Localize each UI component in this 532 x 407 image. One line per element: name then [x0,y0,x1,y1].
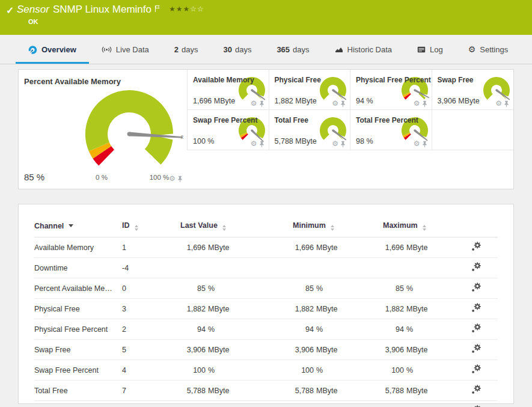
value-unit: % [406,325,413,334]
value-number: 1,696 [180,243,206,252]
log-icon [417,46,426,53]
channel-name: Physical Free Percent [34,319,122,340]
gear-icon[interactable]: ⚙ [251,140,257,147]
mini-gauge-value: 1,882 MByte [275,97,317,105]
star-icon[interactable]: ★ [183,5,191,13]
gear-icon[interactable]: ⚙ [169,175,176,182]
tab-label: Settings [480,45,508,54]
channel-last-value [180,258,293,278]
value-number: 100 [383,366,404,375]
star-icon[interactable]: ☆ [197,5,204,13]
value-unit: MByte [208,243,229,252]
channel-min-value [293,258,383,278]
tab-historic-data[interactable]: Historic Data [322,35,405,64]
value-number: 100 [293,366,314,375]
value-unit: MByte [406,387,427,395]
table-row: Swap Free53,906MByte3,906MByte3,906MByte [34,340,498,360]
gear-icon[interactable]: ⚙ [495,100,502,107]
channel-id: 1 [122,237,180,258]
main-gauge-actions: ⚙ [169,175,183,182]
tab-label: Overview [41,45,76,54]
channel-settings-icon[interactable] [471,344,481,353]
table-row: Total Free75,788MByte5,788MByte5,788MByt… [34,381,498,401]
gear-icon[interactable]: ⚙ [332,100,338,107]
pin-icon[interactable] [259,100,264,107]
tab-365-days[interactable]: 365days [264,35,322,64]
channel-id: 2 [122,319,180,340]
sort-icon [331,225,334,231]
pin-icon[interactable] [422,141,427,147]
value-number: 94 [293,325,314,334]
value-unit: % [316,284,323,293]
channel-settings-icon[interactable] [471,303,481,313]
pin-icon[interactable] [422,100,427,107]
channel-last-value: 1,882MByte [180,299,293,319]
channel-settings-cell [471,340,498,360]
flag-slot[interactable] [154,4,161,15]
channel-min-value: 3,906MByte [293,340,383,360]
channel-min-value: 1,696MByte [293,237,383,258]
value-unit: MByte [316,305,337,313]
mini-gauge-total-free: Total Free5,788 MByte⚙ [269,110,351,150]
channel-settings-icon[interactable] [471,323,481,333]
star-icon[interactable]: ★ [176,5,183,13]
pin-icon[interactable] [340,141,346,147]
pin-icon[interactable] [340,100,346,107]
pin-icon[interactable] [177,176,183,182]
pin-icon[interactable] [259,141,264,147]
channel-settings-cell [471,319,498,340]
star-icon[interactable]: ☆ [190,5,197,13]
channel-last-value: 98% [180,401,293,407]
column-label: Channel [34,222,64,230]
column-header-id[interactable]: ID [122,215,180,237]
tab-30-days[interactable]: 30days [210,35,264,64]
channel-name: Physical Free [34,299,122,319]
priority-stars[interactable]: ★★★☆☆ [169,5,204,13]
channel-settings-cell [471,237,498,258]
main-content: Percent Available Memory x̄ 85 % 0 % 100… [0,69,532,404]
value-unit: MByte [208,346,229,354]
gauge-scale-max-label: 100 % [147,174,171,181]
star-icon[interactable]: ★ [169,5,176,13]
gear-icon[interactable]: ⚙ [332,140,338,147]
sort-desc-icon [69,224,73,227]
tab-label: days [293,45,309,54]
channel-min-value: 85% [293,278,383,299]
tab-overview[interactable]: Overview [16,35,89,64]
value-number: 5,788 [383,387,404,395]
column-header-minimum[interactable]: Minimum [293,215,383,237]
gear-icon[interactable]: ⚙ [251,100,257,107]
tab-settings[interactable]: ⚙Settings [456,35,521,64]
table-row: Percent Available Memo...085%85%85% [34,278,498,299]
column-header-last-value[interactable]: Last Value [180,215,293,237]
mini-gauge-actions: ⚙ [332,100,346,107]
column-header-maximum[interactable]: Maximum [383,215,471,237]
channel-settings-icon[interactable] [471,283,481,292]
column-header-channel[interactable]: Channel [34,215,122,237]
tab-log[interactable]: Log [405,35,456,64]
gear-icon[interactable]: ⚙ [414,140,420,147]
channel-name: Available Memory [34,237,122,258]
value-number: 1,696 [383,243,404,252]
mini-gauge-actions: ⚙ [332,140,346,147]
main-gauge-value: 85 % [24,172,44,182]
tab-live-data[interactable]: Live Data [89,35,162,64]
tab-2-days[interactable]: 2days [162,35,211,64]
channel-last-value: 85% [180,278,293,299]
channel-max-value: 1,882MByte [383,299,471,319]
channel-settings-icon[interactable] [471,262,481,272]
tab-number: 365 [277,45,290,54]
sort-icon [423,225,426,231]
channel-settings-icon[interactable] [471,364,481,374]
channel-id: 5 [122,340,180,360]
pin-icon[interactable] [504,100,509,107]
channel-settings-icon[interactable] [471,242,481,251]
value-number: 85 [293,284,314,293]
mini-gauge-value: 94 % [356,97,373,105]
mini-gauge-total-free-percent: Total Free Percent98 %⚙ [350,110,432,150]
value-unit: % [406,284,413,293]
column-label: Last Value [180,221,218,230]
value-unit: MByte [208,387,229,395]
gear-icon[interactable]: ⚙ [414,100,420,107]
channel-settings-icon[interactable] [471,385,481,394]
